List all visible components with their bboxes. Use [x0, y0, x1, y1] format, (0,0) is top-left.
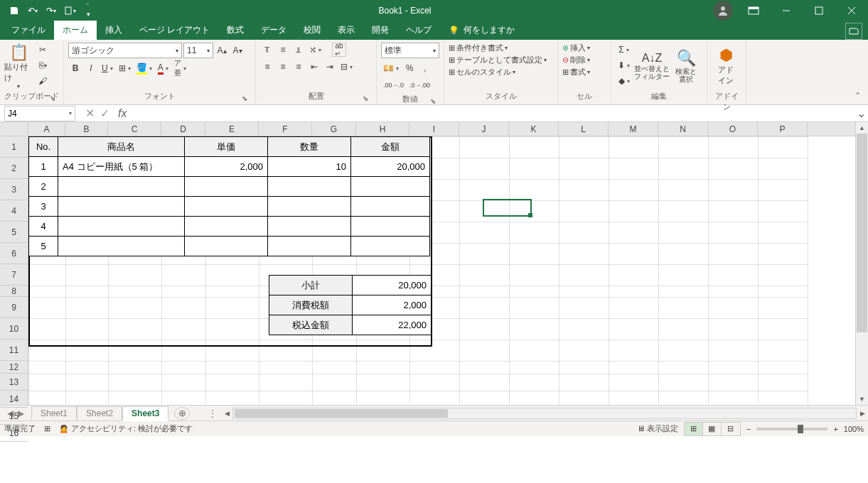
collapse-ribbon-icon[interactable]: ⌃ [847, 40, 868, 104]
sheet-tab-1[interactable]: Sheet1 [31, 406, 77, 420]
col-header-F[interactable]: F [259, 122, 312, 136]
autosum-icon[interactable]: Σ [616, 43, 632, 57]
paste-button[interactable]: 📋 貼り付け ▾ [4, 43, 33, 89]
col-header-O[interactable]: O [708, 122, 758, 136]
row-header-9[interactable]: 9 [0, 297, 28, 318]
align-middle-icon[interactable]: ≡ [276, 43, 290, 57]
cell-amount[interactable] [351, 177, 430, 197]
scroll-right-icon[interactable]: ▶ [857, 410, 868, 417]
cell-amount[interactable] [351, 237, 430, 256]
align-launcher-icon[interactable]: ⬊ [360, 93, 370, 103]
cell-qty[interactable] [268, 197, 351, 217]
merge-button[interactable]: ⊟ [338, 60, 355, 74]
cell-price[interactable]: 2,000 [185, 157, 268, 177]
decrease-indent-icon[interactable]: ⇤ [307, 60, 321, 74]
cell-qty[interactable] [268, 177, 351, 197]
col-header-K[interactable]: K [509, 122, 559, 136]
increase-indent-icon[interactable]: ⇥ [323, 60, 337, 74]
accounting-format-icon[interactable]: 💴 [381, 61, 401, 75]
zoom-value[interactable]: 100% [844, 425, 864, 433]
row-header-8[interactable]: 8 [0, 286, 28, 297]
font-launcher-icon[interactable]: ⬊ [240, 93, 250, 103]
tab-pagelayout[interactable]: ページ レイアウト [131, 21, 218, 40]
tab-formulas[interactable]: 数式 [218, 21, 252, 40]
cell-no[interactable]: 3 [29, 197, 58, 217]
maximize-button[interactable] [803, 0, 835, 21]
vertical-scrollbar[interactable]: ▲ ▼ [855, 122, 868, 405]
row-header-7[interactable]: 7 [0, 264, 28, 286]
minimize-button[interactable] [770, 0, 803, 21]
border-button[interactable]: ⊞ [117, 61, 133, 75]
cell-qty[interactable] [268, 217, 351, 237]
clipboard-launcher-icon[interactable]: ⬊ [48, 93, 58, 103]
align-left-icon[interactable]: ≡ [260, 60, 274, 74]
align-bottom-icon[interactable]: ⫫ [291, 43, 306, 57]
tab-view[interactable]: 表示 [329, 21, 363, 40]
format-cells-button[interactable]: ⊞書式▾ [562, 67, 590, 77]
qat-customize-icon[interactable]: ‾▾ [80, 2, 97, 19]
horizontal-scrollbar[interactable] [232, 408, 857, 419]
italic-button[interactable]: I [84, 61, 98, 75]
align-right-icon[interactable]: ≡ [291, 60, 306, 74]
tab-review[interactable]: 校閲 [295, 21, 329, 40]
sort-filter-button[interactable]: A↓Z並べ替えと フィルター [635, 43, 669, 89]
row-header-3[interactable]: 3 [0, 179, 28, 200]
row-header-10[interactable]: 10 [0, 318, 28, 340]
name-box[interactable]: J4▾ [4, 106, 75, 121]
select-all-corner[interactable] [0, 122, 28, 136]
close-button[interactable] [835, 0, 868, 21]
tab-home[interactable]: ホーム [54, 21, 97, 40]
row-header-6[interactable]: 6 [0, 243, 28, 264]
col-header-J[interactable]: J [459, 122, 509, 136]
row-header-4[interactable]: 4 [0, 200, 28, 222]
macro-record-icon[interactable]: ⊞ [44, 424, 50, 433]
cancel-formula-icon[interactable]: ✕ [85, 107, 95, 120]
col-header-A[interactable]: A [28, 122, 65, 136]
scroll-up-icon[interactable]: ▲ [856, 122, 868, 134]
comma-format-icon[interactable]: , [418, 61, 432, 75]
font-name-select[interactable]: 游ゴシック▾ [68, 43, 182, 58]
cell-styles-button[interactable]: ⊞セルのスタイル▾ [449, 67, 515, 77]
sheet-tab-2[interactable]: Sheet2 [77, 406, 122, 420]
col-header-H[interactable]: H [356, 122, 409, 136]
col-header-N[interactable]: N [658, 122, 708, 136]
share-button[interactable] [845, 23, 862, 40]
insert-cells-button[interactable]: ⊕挿入▾ [562, 43, 590, 53]
format-painter-icon[interactable]: 🖌 [36, 74, 50, 88]
align-top-icon[interactable]: ⫪ [260, 43, 274, 57]
zoom-out-button[interactable]: − [746, 425, 751, 433]
percent-format-icon[interactable]: % [402, 61, 417, 75]
zoom-slider-thumb[interactable] [798, 425, 803, 433]
row-header-14[interactable]: 14 [0, 391, 28, 408]
fill-color-button[interactable]: 🪣 [134, 61, 154, 75]
scroll-left-icon[interactable]: ◀ [221, 410, 232, 417]
cell-name[interactable] [58, 237, 185, 256]
account-icon[interactable] [713, 1, 733, 21]
cell-no[interactable]: 5 [29, 237, 58, 256]
orientation-icon[interactable]: ⤭ [307, 43, 323, 57]
formula-input[interactable] [129, 106, 854, 121]
zoom-in-button[interactable]: + [833, 425, 837, 433]
cell-qty[interactable] [268, 237, 351, 256]
accessibility-status[interactable]: 🙍 アクセシビリティ: 検討が必要です [59, 423, 193, 434]
normal-view-icon[interactable]: ⊞ [685, 423, 703, 435]
vertical-scroll-thumb[interactable] [857, 134, 867, 332]
row-header-15[interactable]: 15 [0, 408, 28, 425]
cut-icon[interactable]: ✂ [36, 43, 50, 57]
fill-icon[interactable]: ⬇ [616, 58, 632, 72]
conditional-format-button[interactable]: ⊞条件付き書式▾ [449, 43, 508, 53]
row-header-2[interactable]: 2 [0, 158, 28, 179]
cell-price[interactable] [185, 177, 268, 197]
col-header-C[interactable]: C [108, 122, 161, 136]
cell-name[interactable]: A4 コピー用紙（5 箱） [58, 157, 185, 177]
col-header-D[interactable]: D [161, 122, 205, 136]
add-sheet-button[interactable]: ⊕ [174, 407, 190, 420]
save-icon[interactable] [6, 2, 23, 19]
page-layout-view-icon[interactable]: ▦ [703, 423, 722, 435]
ribbon-display-icon[interactable] [737, 0, 770, 21]
copy-icon[interactable]: ⎘▾ [36, 58, 50, 72]
cell-no[interactable]: 4 [29, 217, 58, 237]
tab-data[interactable]: データ [252, 21, 295, 40]
addins-button[interactable]: ⬢アド イン [712, 43, 740, 89]
number-launcher-icon[interactable]: ⬊ [428, 96, 438, 106]
